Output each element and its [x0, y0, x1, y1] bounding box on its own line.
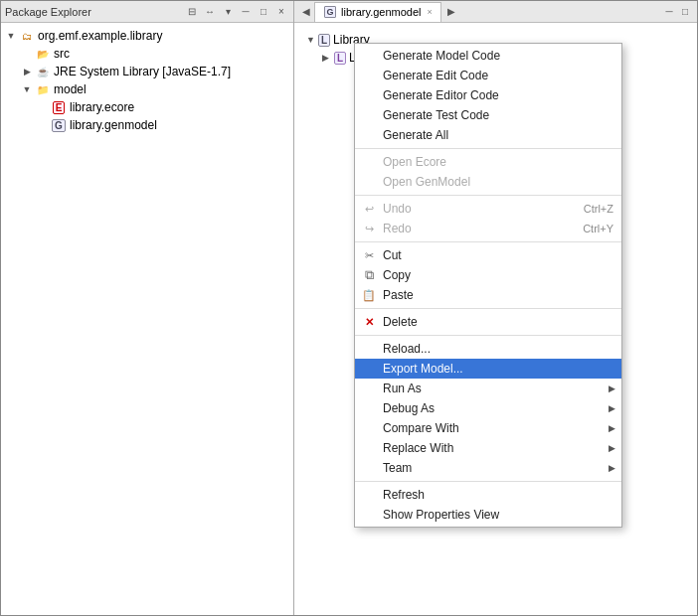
- menu-item-generate-test[interactable]: Generate Test Code: [355, 105, 621, 125]
- tab-label: library.genmodel: [341, 6, 422, 18]
- open-genmodel-label: Open GenModel: [383, 175, 470, 189]
- editor-panel: ◀ G library.genmodel × ▶ ─ □ ▼ L: [294, 1, 697, 615]
- model-folder-icon: 📁: [35, 81, 51, 97]
- tree-item-model[interactable]: ▼ 📁 model: [1, 80, 293, 98]
- separator-5: [355, 335, 621, 336]
- maximize-button[interactable]: □: [256, 4, 271, 20]
- menu-item-generate-model[interactable]: Generate Model Code: [355, 46, 621, 66]
- jre-icon: ☕: [35, 64, 51, 79]
- menu-item-reload[interactable]: Reload...: [355, 339, 621, 359]
- tree-item-jre[interactable]: ▶ ☕ JRE System Library [JavaSE-1.7]: [1, 63, 293, 80]
- tree-label-src: src: [54, 47, 70, 61]
- reload-label: Reload...: [383, 342, 431, 356]
- menu-item-delete[interactable]: ✕ Delete: [355, 312, 621, 332]
- replace-with-label: Replace With: [383, 441, 453, 455]
- tab-file-icon: G: [323, 5, 337, 19]
- team-label: Team: [383, 461, 412, 475]
- menu-item-compare-with[interactable]: Compare With: [355, 418, 621, 438]
- menu-item-export-model[interactable]: Export Model...: [355, 359, 621, 379]
- menu-item-open-ecore: Open Ecore: [355, 152, 621, 172]
- tree-label-genmodel: library.genmodel: [70, 118, 157, 132]
- tree-item-genmodel[interactable]: ▶ G library.genmodel: [1, 116, 293, 134]
- menu-item-generate-all[interactable]: Generate All: [355, 125, 621, 145]
- tree-item-ecore[interactable]: ▶ E library.ecore: [1, 98, 293, 116]
- main-window: Package Explorer ⊟ ↔ ▾ ─ □ × ▼ 🗂 org.emf…: [0, 0, 698, 616]
- tree-label-root: org.emf.example.library: [38, 29, 162, 43]
- editor-minimize-button[interactable]: ─: [661, 4, 677, 20]
- panel-toolbar: ⊟ ↔ ▾ ─ □ ×: [184, 4, 289, 20]
- menu-item-team[interactable]: Team: [355, 458, 621, 478]
- delete-label: Delete: [383, 315, 418, 329]
- cut-label: Cut: [383, 248, 402, 262]
- menu-item-paste[interactable]: 📋 Paste: [355, 285, 621, 305]
- cut-icon: ✂: [361, 247, 377, 263]
- editor-area: ▼ L Library ▶ L Libra... Generate Model …: [294, 23, 697, 615]
- editor-maximize-button[interactable]: □: [677, 4, 693, 20]
- redo-label: Redo: [383, 222, 412, 235]
- tree-item-src[interactable]: ▶ 📂 src: [1, 45, 293, 63]
- separator-2: [355, 195, 621, 196]
- tab-close-button[interactable]: ×: [428, 7, 433, 17]
- src-folder-icon: 📂: [35, 46, 51, 62]
- export-model-label: Export Model...: [383, 362, 463, 376]
- separator-1: [355, 148, 621, 149]
- menu-item-run-as[interactable]: Run As: [355, 379, 621, 398]
- undo-shortcut: Ctrl+Z: [564, 203, 613, 215]
- tree-arrow-model: ▼: [21, 83, 33, 95]
- menu-item-copy[interactable]: ⧉ Copy: [355, 265, 621, 285]
- tree-label-ecore: library.ecore: [70, 100, 134, 114]
- package-explorer-panel: Package Explorer ⊟ ↔ ▾ ─ □ × ▼ 🗂 org.emf…: [1, 1, 294, 615]
- paste-label: Paste: [383, 288, 414, 302]
- run-as-label: Run As: [383, 382, 422, 395]
- tab-nav-back[interactable]: ◀: [298, 6, 314, 17]
- menu-item-redo: ↪ Redo Ctrl+Y: [355, 219, 621, 238]
- menu-item-refresh[interactable]: Refresh: [355, 485, 621, 505]
- debug-as-label: Debug As: [383, 401, 435, 415]
- package-explorer-title: Package Explorer: [5, 6, 184, 18]
- context-menu: Generate Model Code Generate Edit Code G…: [354, 43, 622, 528]
- editor-tab[interactable]: G library.genmodel ×: [314, 2, 441, 22]
- generate-edit-label: Generate Edit Code: [383, 69, 488, 82]
- undo-label: Undo: [383, 202, 412, 216]
- copy-label: Copy: [383, 268, 411, 282]
- tree-item-root[interactable]: ▼ 🗂 org.emf.example.library: [1, 27, 293, 45]
- open-ecore-label: Open Ecore: [383, 155, 446, 169]
- copy-icon: ⧉: [361, 267, 377, 283]
- tab-bar: ◀ G library.genmodel × ▶ ─ □: [294, 1, 697, 23]
- menu-item-debug-as[interactable]: Debug As: [355, 398, 621, 418]
- generate-all-label: Generate All: [383, 128, 448, 142]
- ecore-file-icon: E: [51, 99, 67, 115]
- view-menu-button[interactable]: ▾: [220, 4, 236, 20]
- menu-item-generate-editor[interactable]: Generate Editor Code: [355, 85, 621, 105]
- menu-item-generate-edit[interactable]: Generate Edit Code: [355, 66, 621, 85]
- package-explorer-tree: ▼ 🗂 org.emf.example.library ▶ 📂 src ▶ ☕ …: [1, 23, 293, 615]
- tree-arrow-jre: ▶: [21, 66, 33, 77]
- redo-icon: ↪: [361, 221, 377, 236]
- generate-editor-label: Generate Editor Code: [383, 88, 499, 102]
- menu-item-undo: ↩ Undo Ctrl+Z: [355, 199, 621, 219]
- menu-item-cut[interactable]: ✂ Cut: [355, 245, 621, 265]
- tree-label-jre: JRE System Library [JavaSE-1.7]: [54, 65, 231, 78]
- tree-label-model: model: [54, 82, 87, 96]
- separator-4: [355, 308, 621, 309]
- tab-nav-forward[interactable]: ▶: [443, 6, 459, 17]
- generate-model-label: Generate Model Code: [383, 49, 500, 63]
- main-area: Package Explorer ⊟ ↔ ▾ ─ □ × ▼ 🗂 org.emf…: [1, 1, 697, 615]
- genmodel-file-icon: G: [51, 117, 67, 133]
- close-button[interactable]: ×: [273, 4, 289, 20]
- project-icon: 🗂: [19, 28, 35, 44]
- generate-test-label: Generate Test Code: [383, 108, 489, 122]
- separator-6: [355, 481, 621, 482]
- separator-3: [355, 241, 621, 242]
- menu-item-open-genmodel: Open GenModel: [355, 172, 621, 192]
- delete-icon: ✕: [361, 314, 377, 330]
- link-editor-button[interactable]: ↔: [202, 4, 218, 20]
- tree-arrow-root: ▼: [5, 30, 17, 42]
- menu-item-replace-with[interactable]: Replace With: [355, 438, 621, 458]
- menu-item-show-properties[interactable]: Show Properties View: [355, 505, 621, 525]
- package-explorer-header: Package Explorer ⊟ ↔ ▾ ─ □ ×: [1, 1, 293, 23]
- minimize-button[interactable]: ─: [238, 4, 254, 20]
- paste-icon: 📋: [361, 287, 377, 303]
- undo-icon: ↩: [361, 201, 377, 217]
- collapse-all-button[interactable]: ⊟: [184, 4, 200, 20]
